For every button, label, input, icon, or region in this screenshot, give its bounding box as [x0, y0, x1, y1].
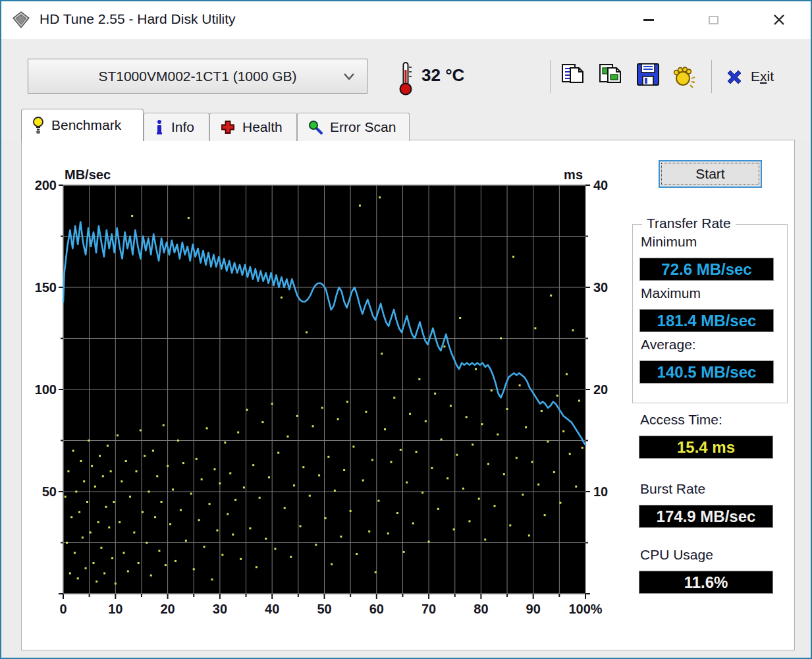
cpu-usage-value: 11.6% — [639, 571, 773, 594]
svg-text:80: 80 — [474, 602, 488, 616]
average-value: 140.5 MB/sec — [639, 360, 774, 384]
lightbulb-icon — [32, 116, 45, 134]
svg-text:0: 0 — [59, 602, 67, 616]
svg-text:20: 20 — [160, 602, 175, 616]
svg-text:40: 40 — [593, 178, 608, 192]
svg-text:30: 30 — [213, 602, 227, 616]
copy-text-icon — [560, 61, 586, 89]
thermometer-icon — [396, 61, 415, 96]
svg-text:10: 10 — [108, 602, 122, 616]
burst-rate-value: 174.9 MB/sec — [639, 505, 773, 528]
toolbar-separator — [550, 60, 551, 93]
svg-text:30: 30 — [593, 280, 608, 295]
svg-text:70: 70 — [421, 602, 436, 616]
tab-label: Info — [171, 119, 194, 135]
toolbar: ST1000VM002-1CT1 (1000 GB) 32 °C — [1, 39, 811, 105]
start-button[interactable]: Start — [659, 160, 762, 188]
exit-x-icon — [724, 67, 744, 87]
tab-error-scan[interactable]: Error Scan — [297, 113, 410, 141]
minimum-label: Minimum — [641, 234, 697, 250]
drive-select-value: ST1000VM002-1CT1 (1000 GB) — [98, 69, 296, 84]
access-time-value: 15.4 ms — [639, 436, 773, 459]
health-cross-icon — [220, 119, 236, 135]
maximize-button[interactable] — [696, 7, 730, 33]
toolbar-separator — [711, 60, 712, 93]
maximum-value: 181.4 MB/sec — [639, 309, 774, 332]
svg-text:20: 20 — [593, 382, 608, 397]
maximum-label: Maximum — [641, 285, 701, 301]
average-label: Average: — [641, 337, 696, 353]
tab-label: Health — [242, 119, 283, 135]
window-title: HD Tune 2.55 - Hard Disk Utility — [40, 11, 236, 27]
svg-text:ms: ms — [564, 167, 583, 182]
svg-text:50: 50 — [42, 484, 57, 499]
close-button[interactable] — [762, 7, 796, 33]
svg-text:200: 200 — [35, 178, 57, 192]
svg-text:60: 60 — [369, 602, 384, 616]
copy-image-button[interactable] — [596, 61, 625, 93]
maximize-icon — [709, 16, 718, 24]
copy-image-icon — [597, 61, 624, 89]
tab-label: Benchmark — [51, 117, 121, 133]
donate-hand-icon — [669, 61, 697, 90]
donate-button[interactable] — [668, 61, 697, 93]
tab-info[interactable]: Info — [144, 113, 209, 141]
temperature-value: 32 °C — [421, 65, 464, 86]
tab-health[interactable]: Health — [209, 113, 297, 141]
svg-text:90: 90 — [526, 602, 541, 616]
svg-text:40: 40 — [265, 602, 279, 616]
exit-label: Exit — [751, 69, 774, 84]
drive-select-dropdown[interactable]: ST1000VM002-1CT1 (1000 GB) — [28, 59, 367, 94]
minimize-icon — [643, 19, 654, 21]
tab-benchmark[interactable]: Benchmark — [21, 109, 144, 141]
save-icon — [635, 61, 661, 89]
svg-text:MB/sec: MB/sec — [65, 167, 111, 182]
svg-text:150: 150 — [35, 280, 57, 295]
title-bar: HD Tune 2.55 - Hard Disk Utility — [1, 1, 811, 39]
cpu-usage-label: CPU Usage — [640, 547, 713, 563]
app-window: HD Tune 2.55 - Hard Disk Utility ST1000V… — [0, 0, 812, 659]
magnifier-icon — [308, 119, 323, 135]
tab-strip: Benchmark Info Health Error Scan — [1, 105, 811, 140]
svg-text:50: 50 — [317, 602, 331, 616]
copy-text-button[interactable] — [558, 61, 587, 93]
burst-rate-label: Burst Rate — [640, 481, 705, 497]
info-icon — [154, 119, 165, 136]
hd-tune-logo-icon — [12, 11, 30, 29]
benchmark-chart: 2001501005040302010010203040506070809010… — [26, 165, 622, 627]
svg-text:100: 100 — [35, 382, 57, 397]
minimize-button[interactable] — [632, 7, 666, 33]
close-icon — [772, 13, 786, 26]
transfer-rate-legend: Transfer Rate — [642, 215, 736, 231]
transfer-rate-group: Transfer Rate Minimum 72.6 MB/sec Maximu… — [632, 224, 788, 403]
access-time-label: Access Time: — [640, 412, 722, 428]
tab-label: Error Scan — [330, 119, 396, 135]
chevron-down-icon — [343, 72, 355, 80]
minimum-value: 72.6 MB/sec — [639, 258, 774, 281]
svg-text:10: 10 — [593, 484, 608, 499]
svg-text:100%: 100% — [568, 602, 602, 616]
benchmark-page: 2001501005040302010010203040506070809010… — [21, 140, 795, 650]
save-screenshot-button[interactable] — [634, 61, 663, 93]
